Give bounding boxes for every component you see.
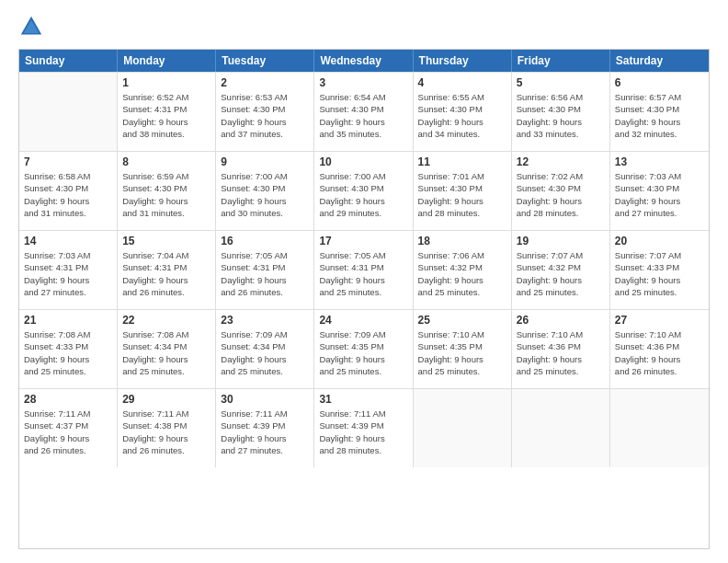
day-info: Sunrise: 7:03 AMSunset: 4:30 PMDaylight:…	[615, 170, 704, 219]
day-info: Sunrise: 6:52 AMSunset: 4:31 PMDaylight:…	[122, 91, 210, 140]
day-info: Sunrise: 7:03 AMSunset: 4:31 PMDaylight:…	[24, 249, 112, 298]
cal-header-thursday: Thursday	[414, 50, 512, 72]
cal-header-sunday: Sunday	[19, 50, 118, 72]
day-number: 23	[221, 314, 309, 327]
day-number: 10	[319, 155, 407, 168]
cal-cell: 28Sunrise: 7:11 AMSunset: 4:37 PMDayligh…	[19, 389, 118, 467]
calendar-body: 1Sunrise: 6:52 AMSunset: 4:31 PMDaylight…	[19, 72, 709, 467]
cal-cell: 31Sunrise: 7:11 AMSunset: 4:39 PMDayligh…	[314, 389, 413, 467]
calendar-header-row: SundayMondayTuesdayWednesdayThursdayFrid…	[19, 50, 709, 72]
day-info: Sunrise: 7:11 AMSunset: 4:39 PMDaylight:…	[319, 408, 407, 456]
day-number: 25	[418, 314, 506, 327]
cal-cell: 24Sunrise: 7:09 AMSunset: 4:35 PMDayligh…	[314, 310, 413, 388]
day-number: 18	[418, 235, 506, 247]
day-info: Sunrise: 7:10 AMSunset: 4:36 PMDaylight:…	[517, 328, 605, 377]
day-info: Sunrise: 7:08 AMSunset: 4:34 PMDaylight:…	[122, 328, 210, 377]
cal-cell: 30Sunrise: 7:11 AMSunset: 4:39 PMDayligh…	[216, 389, 314, 467]
day-info: Sunrise: 7:00 AMSunset: 4:30 PMDaylight:…	[319, 170, 407, 219]
day-info: Sunrise: 6:58 AMSunset: 4:30 PMDaylight:…	[24, 170, 112, 219]
day-info: Sunrise: 7:09 AMSunset: 4:34 PMDaylight:…	[221, 328, 309, 377]
cal-cell	[610, 389, 709, 467]
cal-cell	[512, 389, 610, 467]
day-info: Sunrise: 7:07 AMSunset: 4:32 PMDaylight:…	[517, 249, 605, 298]
day-number: 5	[517, 76, 605, 89]
day-number: 2	[221, 76, 309, 89]
day-number: 6	[615, 76, 704, 89]
cal-cell: 4Sunrise: 6:55 AMSunset: 4:30 PMDaylight…	[414, 73, 512, 151]
day-number: 15	[122, 235, 210, 247]
day-number: 13	[615, 155, 704, 168]
cal-header-monday: Monday	[118, 50, 216, 72]
cal-header-friday: Friday	[512, 50, 610, 72]
day-number: 28	[24, 393, 112, 406]
day-number: 12	[517, 155, 605, 168]
day-number: 9	[221, 155, 309, 168]
day-info: Sunrise: 7:11 AMSunset: 4:39 PMDaylight:…	[221, 408, 309, 456]
cal-cell: 8Sunrise: 6:59 AMSunset: 4:30 PMDaylight…	[118, 152, 216, 230]
logo	[18, 14, 48, 40]
page: SundayMondayTuesdayWednesdayThursdayFrid…	[0, 0, 728, 563]
cal-week-5: 28Sunrise: 7:11 AMSunset: 4:37 PMDayligh…	[19, 388, 709, 467]
day-info: Sunrise: 7:02 AMSunset: 4:30 PMDaylight:…	[517, 170, 605, 219]
cal-week-4: 21Sunrise: 7:08 AMSunset: 4:33 PMDayligh…	[19, 309, 709, 388]
cal-cell: 27Sunrise: 7:10 AMSunset: 4:36 PMDayligh…	[610, 310, 709, 388]
cal-cell: 13Sunrise: 7:03 AMSunset: 4:30 PMDayligh…	[610, 152, 709, 230]
cal-cell: 17Sunrise: 7:05 AMSunset: 4:31 PMDayligh…	[314, 231, 413, 309]
day-number: 11	[418, 155, 506, 168]
cal-cell: 11Sunrise: 7:01 AMSunset: 4:30 PMDayligh…	[414, 152, 512, 230]
day-number: 1	[122, 76, 210, 89]
day-number: 14	[24, 235, 112, 247]
day-number: 4	[418, 76, 506, 89]
cal-cell: 1Sunrise: 6:52 AMSunset: 4:31 PMDaylight…	[118, 73, 216, 151]
cal-cell: 10Sunrise: 7:00 AMSunset: 4:30 PMDayligh…	[314, 152, 413, 230]
cal-cell: 25Sunrise: 7:10 AMSunset: 4:35 PMDayligh…	[414, 310, 512, 388]
cal-cell: 3Sunrise: 6:54 AMSunset: 4:30 PMDaylight…	[314, 73, 413, 151]
day-info: Sunrise: 7:10 AMSunset: 4:35 PMDaylight:…	[418, 328, 506, 377]
cal-cell: 5Sunrise: 6:56 AMSunset: 4:30 PMDaylight…	[512, 73, 610, 151]
day-number: 31	[319, 393, 407, 406]
day-number: 22	[122, 314, 210, 327]
cal-cell: 26Sunrise: 7:10 AMSunset: 4:36 PMDayligh…	[512, 310, 610, 388]
cal-cell: 29Sunrise: 7:11 AMSunset: 4:38 PMDayligh…	[118, 389, 216, 467]
day-number: 16	[221, 235, 309, 247]
day-info: Sunrise: 7:06 AMSunset: 4:32 PMDaylight:…	[418, 249, 506, 298]
cal-cell: 22Sunrise: 7:08 AMSunset: 4:34 PMDayligh…	[118, 310, 216, 388]
day-number: 7	[24, 155, 112, 168]
cal-week-3: 14Sunrise: 7:03 AMSunset: 4:31 PMDayligh…	[19, 230, 709, 309]
day-info: Sunrise: 6:53 AMSunset: 4:30 PMDaylight:…	[221, 91, 309, 140]
day-info: Sunrise: 6:54 AMSunset: 4:30 PMDaylight:…	[319, 91, 407, 140]
day-info: Sunrise: 7:05 AMSunset: 4:31 PMDaylight:…	[319, 249, 407, 298]
day-info: Sunrise: 7:10 AMSunset: 4:36 PMDaylight:…	[615, 328, 704, 377]
header	[18, 14, 710, 40]
cal-cell: 20Sunrise: 7:07 AMSunset: 4:33 PMDayligh…	[610, 231, 709, 309]
day-info: Sunrise: 7:07 AMSunset: 4:33 PMDaylight:…	[615, 249, 704, 298]
day-info: Sunrise: 6:57 AMSunset: 4:30 PMDaylight:…	[615, 91, 704, 140]
cal-cell: 19Sunrise: 7:07 AMSunset: 4:32 PMDayligh…	[512, 231, 610, 309]
cal-cell: 23Sunrise: 7:09 AMSunset: 4:34 PMDayligh…	[216, 310, 314, 388]
cal-cell: 14Sunrise: 7:03 AMSunset: 4:31 PMDayligh…	[19, 231, 118, 309]
day-number: 17	[319, 235, 407, 247]
day-info: Sunrise: 6:59 AMSunset: 4:30 PMDaylight:…	[122, 170, 210, 219]
day-number: 19	[517, 235, 605, 247]
day-info: Sunrise: 6:56 AMSunset: 4:30 PMDaylight:…	[517, 91, 605, 140]
day-number: 3	[319, 76, 407, 89]
cal-cell: 16Sunrise: 7:05 AMSunset: 4:31 PMDayligh…	[216, 231, 314, 309]
cal-cell	[19, 73, 118, 151]
logo-icon	[18, 14, 44, 40]
cal-cell: 6Sunrise: 6:57 AMSunset: 4:30 PMDaylight…	[610, 73, 709, 151]
day-info: Sunrise: 7:04 AMSunset: 4:31 PMDaylight:…	[122, 249, 210, 298]
cal-cell: 15Sunrise: 7:04 AMSunset: 4:31 PMDayligh…	[118, 231, 216, 309]
cal-week-1: 1Sunrise: 6:52 AMSunset: 4:31 PMDaylight…	[19, 72, 709, 151]
day-info: Sunrise: 7:08 AMSunset: 4:33 PMDaylight:…	[24, 328, 112, 377]
cal-cell: 12Sunrise: 7:02 AMSunset: 4:30 PMDayligh…	[512, 152, 610, 230]
cal-cell: 18Sunrise: 7:06 AMSunset: 4:32 PMDayligh…	[414, 231, 512, 309]
day-info: Sunrise: 6:55 AMSunset: 4:30 PMDaylight:…	[418, 91, 506, 140]
calendar: SundayMondayTuesdayWednesdayThursdayFrid…	[18, 49, 710, 549]
day-number: 29	[122, 393, 210, 406]
day-number: 30	[221, 393, 309, 406]
day-number: 8	[122, 155, 210, 168]
day-number: 21	[24, 314, 112, 327]
day-number: 24	[319, 314, 407, 327]
cal-header-wednesday: Wednesday	[314, 50, 413, 72]
cal-cell	[414, 389, 512, 467]
